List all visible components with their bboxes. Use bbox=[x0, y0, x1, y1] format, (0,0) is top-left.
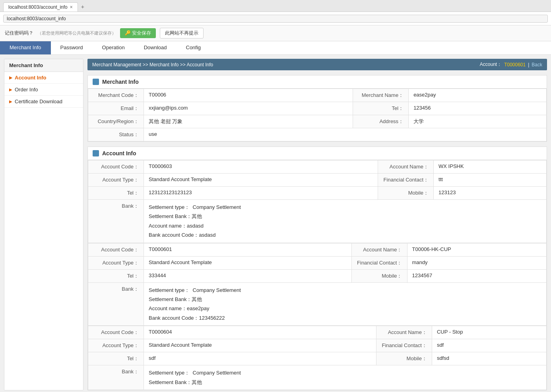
fin-contact-value-2: mandy bbox=[407, 256, 547, 269]
nav-operation[interactable]: Operation bbox=[93, 41, 134, 54]
sidebar-item-label-account-info: Account Info bbox=[15, 75, 46, 81]
account-info-header: Account Info bbox=[88, 147, 547, 160]
fin-contact-label-3: Financial Contact： bbox=[376, 339, 432, 352]
address-input[interactable] bbox=[3, 15, 548, 23]
account-info-bar: Account： T0000601 | Back bbox=[480, 61, 542, 68]
sidebar-item-label-order-info: Order Info bbox=[15, 87, 38, 93]
acc-type-value-1: Standard Account Template bbox=[144, 174, 378, 187]
table-row: Account Type： Standard Account Template … bbox=[88, 256, 547, 269]
table-row: Tel： 123123123123123 Mobile： 123123 bbox=[88, 187, 547, 200]
tel-label-1: Tel： bbox=[88, 187, 144, 200]
main-content: Merchant Management >> Merchant Info >> … bbox=[87, 59, 547, 390]
account-info-section: Account Info Account Code： T0000603 Acco… bbox=[87, 147, 547, 390]
breadcrumb-path: Merchant Management >> Merchant Info >> … bbox=[92, 62, 213, 68]
nav-config[interactable]: Config bbox=[177, 41, 211, 54]
mobile-label-1: Mobile： bbox=[378, 187, 434, 200]
active-tab[interactable]: localhost:8003/account_info × bbox=[3, 2, 78, 12]
acc-name-label-3: Account Name： bbox=[376, 326, 432, 339]
merchant-info-icon bbox=[93, 79, 99, 85]
table-row: Tel： sdf Mobile： sdfsd bbox=[88, 352, 547, 365]
sidebar-item-label-certificate: Certificate Download bbox=[15, 98, 62, 104]
address-value: 大学 bbox=[409, 115, 547, 128]
nav-password[interactable]: Password bbox=[51, 41, 93, 54]
acc-code-value-2: T0000601 bbox=[144, 243, 352, 256]
tel-label-3: Tel： bbox=[88, 352, 144, 365]
tab-bar: localhost:8003/account_info × + bbox=[0, 0, 551, 12]
mobile-value-1: 123123 bbox=[434, 187, 547, 200]
new-tab-button[interactable]: + bbox=[78, 2, 87, 12]
table-row: Bank： Settlement type： Company Settlemen… bbox=[88, 200, 547, 243]
account-value: T0000601 bbox=[504, 62, 526, 68]
account-info-icon bbox=[93, 150, 99, 156]
merchant-info-title: Merchant Info bbox=[102, 79, 139, 85]
table-row: Email： xxjiang@ips.com Tel： 123456 bbox=[88, 102, 547, 115]
table-row: Account Code： T0000603 Account Name： WX … bbox=[88, 160, 547, 174]
table-row: Account Type： Standard Account Template … bbox=[88, 339, 547, 352]
merchant-info-header: Merchant Info bbox=[88, 75, 547, 89]
acc-type-label-3: Account Type： bbox=[88, 339, 144, 352]
acc-name-value-2: T00006-HK-CUP bbox=[407, 243, 547, 256]
bank-label-2: Bank： bbox=[88, 282, 144, 326]
tel-value-2: 333444 bbox=[144, 269, 352, 282]
merchant-info-table: Merchant Code： T00006 Merchant Name： eas… bbox=[88, 89, 547, 141]
safe-save-button[interactable]: 🔑 安全保存 bbox=[120, 28, 156, 38]
acc-code-label-3: Account Code： bbox=[88, 326, 144, 339]
merchant-code-label: Merchant Code： bbox=[88, 89, 144, 102]
acc-type-label-1: Account Type： bbox=[88, 174, 144, 187]
tel-value-1: 123123123123123 bbox=[144, 187, 378, 200]
acc-name-value-1: WX IPSHK bbox=[434, 160, 547, 174]
bank-value-1: Settlement type： Company Settlement Sett… bbox=[144, 200, 547, 243]
table-row: Country/Region： 其他 老挝 万象 Address： 大学 bbox=[88, 115, 547, 128]
acc-name-label-2: Account Name： bbox=[351, 243, 407, 256]
table-row: Tel： 333444 Mobile： 1234567 bbox=[88, 269, 547, 282]
email-label: Email： bbox=[88, 102, 144, 115]
country-label: Country/Region： bbox=[88, 115, 144, 128]
no-prompt-button[interactable]: 此网站不再提示 bbox=[160, 28, 204, 39]
bank-label-1: Bank： bbox=[88, 200, 144, 243]
nav-download[interactable]: Download bbox=[134, 41, 177, 54]
nav-merchant-info[interactable]: Merchant Info bbox=[0, 41, 51, 54]
breadcrumb-separator: | bbox=[528, 62, 529, 68]
account-label: Account： bbox=[480, 61, 502, 68]
table-row: Bank： Settlement type： Company Settlemen… bbox=[88, 282, 547, 326]
mobile-label-3: Mobile： bbox=[376, 352, 432, 365]
address-bar-row bbox=[0, 12, 551, 25]
save-bar-text: 记住密码吗？ bbox=[5, 30, 33, 37]
acc-type-value-3: Standard Account Template bbox=[144, 339, 376, 352]
mobile-value-2: 1234567 bbox=[407, 269, 547, 282]
tab-close-button[interactable]: × bbox=[70, 4, 73, 10]
tel-label-2: Tel： bbox=[88, 269, 144, 282]
email-value: xxjiang@ips.com bbox=[144, 102, 353, 115]
sidebar-item-certificate-download[interactable]: ▶ Certificate Download bbox=[4, 96, 83, 108]
table-row: Status： use bbox=[88, 128, 547, 141]
sidebar-item-account-info[interactable]: ▶ Account Info bbox=[4, 72, 83, 84]
status-value: use bbox=[144, 128, 547, 141]
page-wrapper: Merchant Info ▶ Account Info ▶ Order Inf… bbox=[0, 55, 551, 392]
tel-label: Tel： bbox=[353, 102, 409, 115]
table-row: Account Code： T0000601 Account Name： T00… bbox=[88, 243, 547, 256]
fin-contact-label-2: Financial Contact： bbox=[351, 256, 407, 269]
sidebar-title: Merchant Info bbox=[4, 59, 83, 72]
acc-name-label-1: Account Name： bbox=[378, 160, 434, 174]
sidebar-item-order-info[interactable]: ▶ Order Info bbox=[4, 84, 83, 96]
back-link[interactable]: Back bbox=[532, 62, 542, 68]
table-row: Bank： Settlement type： Company Settlemen… bbox=[88, 365, 547, 390]
acc-type-value-2: Standard Account Template bbox=[144, 256, 352, 269]
mobile-value-3: sdfsd bbox=[432, 352, 546, 365]
acc-code-value-3: T0000604 bbox=[144, 326, 376, 339]
table-row: Account Type： Standard Account Template … bbox=[88, 174, 547, 187]
bank-value-3: Settlement type： Company Settlement Sett… bbox=[144, 365, 547, 390]
merchant-info-section: Merchant Info Merchant Code： T00006 Merc… bbox=[87, 75, 547, 142]
acc-name-value-3: CUP - Stop bbox=[432, 326, 546, 339]
save-bar-hint: （若您使用网吧等公共电脑不建议保存） bbox=[37, 30, 116, 36]
merchant-code-value: T00006 bbox=[144, 89, 353, 102]
merchant-name-label: Merchant Name： bbox=[353, 89, 409, 102]
sidebar: Merchant Info ▶ Account Info ▶ Order Inf… bbox=[4, 59, 83, 390]
sidebar-arrow-icon-2: ▶ bbox=[9, 87, 12, 92]
acc-type-label-2: Account Type： bbox=[88, 256, 144, 269]
tel-value-3: sdf bbox=[144, 352, 376, 365]
sidebar-arrow-icon: ▶ bbox=[9, 75, 12, 80]
bank-label-3: Bank： bbox=[88, 365, 144, 390]
table-row: Account Code： T0000604 Account Name： CUP… bbox=[88, 326, 547, 339]
account-info-title: Account Info bbox=[102, 150, 136, 156]
